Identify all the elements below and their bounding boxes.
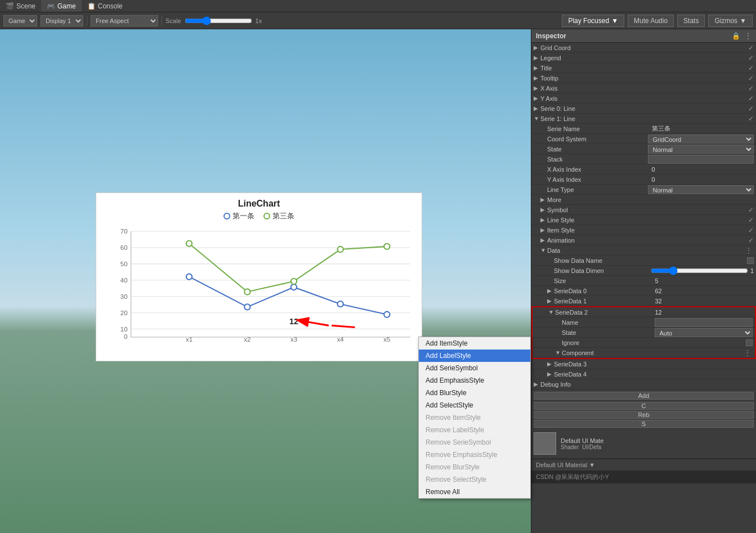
aspect-select[interactable]: Free Aspect bbox=[91, 15, 158, 26]
expand-icon-tooltip[interactable]: ▶ bbox=[534, 75, 540, 81]
show-data-dimen-slider[interactable] bbox=[651, 267, 748, 274]
chart-area: 70 60 50 40 30 20 10 0 x1 x2 x3 x bbox=[102, 225, 416, 343]
stats-button[interactable]: Stats bbox=[677, 15, 705, 27]
svg-text:x2: x2 bbox=[244, 336, 250, 343]
expand-icon-debug[interactable]: ▶ bbox=[534, 381, 540, 387]
expand-icon-linestyle[interactable]: ▶ bbox=[540, 217, 547, 223]
expand-icon-component[interactable]: ▼ bbox=[555, 350, 562, 356]
prop-line-type[interactable]: Line Type Normal bbox=[531, 185, 756, 195]
expand-icon-seriedata0[interactable]: ▶ bbox=[547, 288, 554, 294]
svg-text:20: 20 bbox=[120, 310, 128, 316]
expand-icon-grid[interactable]: ▶ bbox=[534, 44, 540, 51]
gizmos-button[interactable]: Gizmos ▼ bbox=[708, 15, 753, 27]
line-type-dropdown[interactable]: Normal bbox=[648, 185, 754, 194]
prop-serie1[interactable]: ▼ Serie 1: Line ✓ bbox=[531, 114, 756, 124]
expand-icon-animation[interactable]: ▶ bbox=[540, 237, 547, 243]
game-select[interactable]: Game bbox=[3, 15, 37, 26]
expand-icon-serie0[interactable]: ▶ bbox=[534, 105, 540, 111]
prop-x-axis[interactable]: ▶ X Axis ✓ bbox=[531, 83, 756, 93]
prop-seriedata2-component[interactable]: ▼ Component ⋮ bbox=[533, 348, 755, 358]
c-button[interactable]: C bbox=[534, 402, 754, 410]
prop-seriedata1[interactable]: ▶ SerieData 1 32 bbox=[531, 296, 756, 306]
prop-serie-name[interactable]: Serie Name 第三条 bbox=[531, 124, 756, 134]
prop-more[interactable]: ▶ More bbox=[531, 195, 756, 205]
prop-data-section[interactable]: ▼ Data ⋮ bbox=[531, 245, 756, 256]
menu-remove-all[interactable]: Remove All bbox=[419, 486, 530, 498]
prop-stack[interactable]: Stack bbox=[531, 154, 756, 164]
play-focused-button[interactable]: Play Focused ▼ bbox=[562, 15, 624, 27]
prop-show-data-name[interactable]: Show Data Name bbox=[531, 256, 756, 266]
menu-add-seriesymbol[interactable]: Add SerieSymbol bbox=[419, 362, 530, 374]
component-dots-menu[interactable]: ⋮ bbox=[742, 348, 753, 357]
expand-icon-seriedata2[interactable]: ▼ bbox=[548, 309, 555, 315]
lock-icon[interactable]: 🔒 bbox=[732, 32, 740, 40]
more-options-icon[interactable]: ⋮ bbox=[745, 32, 751, 40]
menu-add-emphasisstyle[interactable]: Add EmphasisStyle bbox=[419, 374, 530, 387]
bottom-label[interactable]: Default UI Material ▼ bbox=[531, 459, 756, 471]
prop-tooltip[interactable]: ▶ Tooltip ✓ bbox=[531, 73, 756, 83]
reb-button[interactable]: Reb bbox=[534, 411, 754, 419]
inspector-header: Inspector 🔒 ⋮ bbox=[531, 29, 756, 43]
expand-icon-serie1[interactable]: ▼ bbox=[534, 115, 540, 122]
menu-add-labelstyle[interactable]: Add LabelStyle bbox=[419, 350, 530, 362]
ignore-checkbox[interactable] bbox=[746, 339, 753, 346]
display-select[interactable]: Display 1 bbox=[41, 15, 83, 26]
prop-x-axis-index[interactable]: X Axis Index 0 bbox=[531, 164, 756, 174]
menu-add-itemstyle[interactable]: Add ItemStyle bbox=[419, 337, 530, 350]
mute-audio-label: Mute Audio bbox=[634, 17, 668, 25]
prop-y-axis[interactable]: ▶ Y Axis ✓ bbox=[531, 93, 756, 104]
prop-seriedata3[interactable]: ▶ SerieData 3 bbox=[531, 359, 756, 369]
prop-legend[interactable]: ▶ Legend ✓ bbox=[531, 53, 756, 63]
s-button[interactable]: S bbox=[534, 420, 754, 428]
data-dots-menu[interactable]: ⋮ bbox=[744, 246, 754, 255]
seriedata2-state-dropdown[interactable]: Auto bbox=[655, 328, 753, 337]
expand-icon-legend[interactable]: ▶ bbox=[534, 55, 540, 61]
prop-serie0[interactable]: ▶ Serie 0: Line ✓ bbox=[531, 104, 756, 114]
show-data-name-checkbox[interactable] bbox=[747, 257, 754, 264]
coord-system-dropdown[interactable]: GridCoord bbox=[648, 135, 754, 144]
expand-icon-data[interactable]: ▼ bbox=[540, 247, 547, 253]
add-button[interactable]: Add bbox=[534, 392, 754, 400]
expand-icon-title[interactable]: ▶ bbox=[534, 65, 540, 71]
menu-add-blurstyle[interactable]: Add BlurStyle bbox=[419, 387, 530, 399]
stats-label: Stats bbox=[683, 17, 699, 25]
prop-debug-info[interactable]: ▶ Debug Info bbox=[531, 379, 756, 389]
state-dropdown-serie1[interactable]: Normal bbox=[648, 145, 754, 154]
prop-show-data-dimen[interactable]: Show Data Dimen 1 bbox=[531, 266, 756, 276]
prop-title[interactable]: ▶ Title ✓ bbox=[531, 63, 756, 73]
prop-symbol[interactable]: ▶ Symbol ✓ bbox=[531, 205, 756, 215]
prop-item-style[interactable]: ▶ Item Style ✓ bbox=[531, 225, 756, 235]
expand-icon-xaxis[interactable]: ▶ bbox=[534, 85, 540, 91]
prop-seriedata4[interactable]: ▶ SerieData 4 bbox=[531, 369, 756, 379]
prop-seriedata2-name[interactable]: Name bbox=[533, 317, 755, 328]
prop-line-style[interactable]: ▶ Line Style ✓ bbox=[531, 215, 756, 225]
seriedata2-name-input[interactable] bbox=[655, 318, 753, 327]
expand-icon-yaxis[interactable]: ▶ bbox=[534, 95, 540, 101]
prop-y-axis-index[interactable]: Y Axis Index 0 bbox=[531, 174, 756, 185]
prop-seriedata2[interactable]: ▼ SerieData 2 12 bbox=[533, 307, 755, 317]
mute-audio-button[interactable]: Mute Audio bbox=[628, 15, 674, 27]
menu-add-selectstyle[interactable]: Add SelectStyle bbox=[419, 399, 530, 411]
scene-icon: 🎬 bbox=[6, 2, 14, 10]
expand-icon-itemstyle[interactable]: ▶ bbox=[540, 227, 547, 233]
expand-icon-more[interactable]: ▶ bbox=[540, 196, 547, 203]
watermark: CSDN @呆呆敲代码的小Y bbox=[531, 471, 756, 483]
stack-input[interactable] bbox=[648, 155, 754, 164]
expand-icon-seriedata1[interactable]: ▶ bbox=[547, 298, 554, 304]
prop-grid-coord[interactable]: ▶ Grid Coord ✓ bbox=[531, 43, 756, 53]
tab-console[interactable]: 📋 Console bbox=[82, 0, 128, 12]
expand-icon-symbol[interactable]: ▶ bbox=[540, 207, 547, 213]
prop-size[interactable]: Size 5 bbox=[531, 276, 756, 286]
prop-state-serie1[interactable]: State Normal bbox=[531, 144, 756, 154]
tab-scene[interactable]: 🎬 Scene bbox=[0, 0, 41, 12]
game-icon: 🎮 bbox=[47, 2, 55, 10]
prop-animation[interactable]: ▶ Animation ✓ bbox=[531, 235, 756, 245]
expand-icon-seriedata4[interactable]: ▶ bbox=[547, 371, 554, 377]
prop-seriedata2-state[interactable]: State Auto bbox=[533, 328, 755, 338]
prop-seriedata2-ignore[interactable]: Ignore bbox=[533, 338, 755, 348]
prop-seriedata0[interactable]: ▶ SerieData 0 62 bbox=[531, 286, 756, 296]
scale-slider[interactable] bbox=[185, 16, 252, 25]
tab-game[interactable]: 🎮 Game bbox=[41, 0, 82, 12]
prop-coord-system[interactable]: Coord System GridCoord bbox=[531, 134, 756, 144]
expand-icon-seriedata3[interactable]: ▶ bbox=[547, 361, 554, 367]
